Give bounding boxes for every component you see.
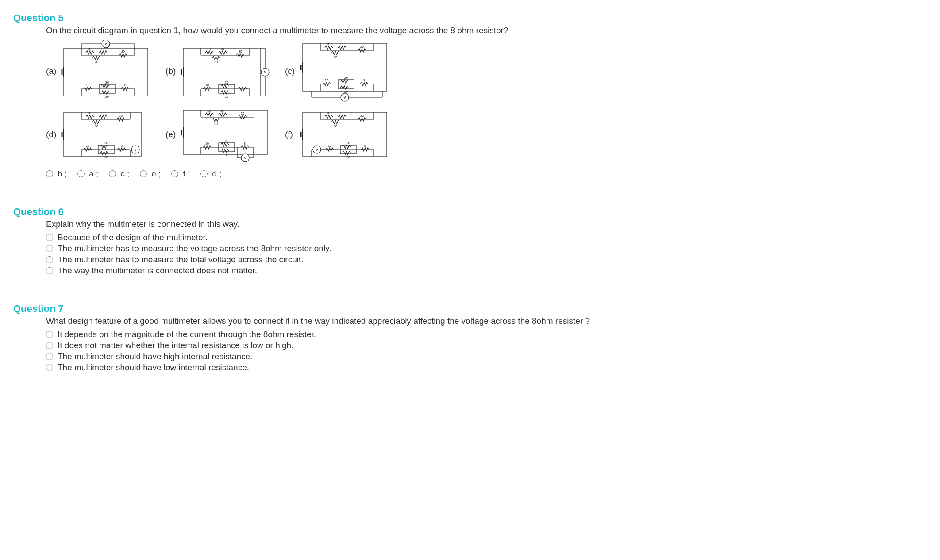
q7-options: It depends on the magnitude of the curre… — [46, 330, 927, 372]
question-body: What design feature of a good multimeter… — [46, 316, 927, 372]
option-label: It does not matter whether the internal … — [58, 341, 293, 350]
svg-text:10: 10 — [86, 84, 89, 87]
option-label: The multimeter has to measure the voltag… — [58, 244, 331, 253]
question-title: Question 6 — [13, 206, 927, 218]
question-7: Question 7 What design feature of a good… — [13, 293, 927, 387]
radio-input[interactable] — [46, 331, 53, 338]
option-label: a ; — [89, 169, 98, 179]
radio-input[interactable] — [46, 342, 53, 349]
svg-text:8: 8 — [363, 79, 365, 82]
option-e[interactable]: e ; — [140, 169, 161, 179]
question-title: Question 5 — [13, 12, 927, 24]
option-row[interactable]: The multimeter has to measure the total … — [46, 255, 927, 265]
option-label: The multimeter should have high internal… — [58, 352, 252, 361]
svg-text:20: 20 — [241, 112, 244, 115]
svg-text:20: 20 — [334, 56, 337, 59]
option-row[interactable]: The multimeter should have low internal … — [46, 363, 927, 372]
svg-text:10: 10 — [101, 47, 104, 50]
option-label: e ; — [151, 169, 161, 179]
svg-text:10: 10 — [340, 42, 343, 46]
q5-options: b ; a ; c ; e ; f ; d ; — [46, 168, 927, 180]
svg-text:20: 20 — [95, 125, 98, 128]
svg-text:20: 20 — [121, 50, 125, 53]
diagram-row: (d) — [46, 106, 927, 163]
option-row[interactable]: The multimeter has to measure the voltag… — [46, 244, 927, 253]
svg-text:10: 10 — [88, 111, 91, 115]
radio-input[interactable] — [46, 256, 53, 263]
option-label: b ; — [58, 169, 67, 179]
svg-text:V: V — [264, 71, 266, 74]
diagram-label-a: (a) — [46, 66, 59, 76]
svg-text:20: 20 — [104, 142, 108, 145]
svg-text:20: 20 — [119, 114, 123, 117]
svg-text:30: 30 — [225, 153, 228, 157]
option-label: f ; — [183, 169, 190, 179]
circuit-diagram-f: 1010 2020 10 2030 8 V — [298, 108, 391, 161]
svg-text:10: 10 — [207, 47, 211, 50]
question-prompt: On the circuit diagram in question 1, ho… — [46, 26, 927, 35]
svg-text:10: 10 — [328, 144, 331, 147]
circuit-diagram-a: 1010 20 20 10 20 20 8 V — [59, 40, 152, 102]
option-row[interactable]: It does not matter whether the internal … — [46, 341, 927, 350]
radio-input[interactable] — [46, 353, 53, 360]
question-prompt: Explain why the multimeter is connected … — [46, 219, 927, 229]
svg-text:8: 8 — [244, 142, 246, 145]
radio-input[interactable] — [77, 170, 85, 177]
option-row[interactable]: It depends on the magnitude of the curre… — [46, 330, 927, 339]
option-label: Because of the design of the multimeter. — [58, 233, 208, 242]
diagram-label-e: (e) — [166, 130, 179, 139]
svg-text:V: V — [316, 148, 318, 151]
radio-input[interactable] — [46, 234, 53, 241]
option-label: d ; — [212, 169, 221, 179]
svg-text:10: 10 — [88, 47, 91, 50]
svg-text:8: 8 — [242, 84, 243, 87]
svg-text:30: 30 — [104, 156, 108, 159]
svg-text:V: V — [344, 96, 346, 99]
q6-options: Because of the design of the multimeter.… — [46, 233, 927, 276]
option-a[interactable]: a ; — [77, 169, 98, 179]
option-label: The multimeter should have low internal … — [58, 363, 249, 372]
svg-text:20: 20 — [360, 45, 364, 48]
radio-input[interactable] — [46, 170, 53, 177]
svg-text:20: 20 — [214, 123, 218, 126]
option-row[interactable]: Because of the design of the multimeter. — [46, 233, 927, 242]
svg-text:10: 10 — [327, 111, 330, 115]
svg-text:20: 20 — [105, 81, 109, 84]
option-row[interactable]: The multimeter should have high internal… — [46, 352, 927, 361]
circuit-diagram-b: 1010 2020 10 2020 8 V — [179, 40, 272, 102]
svg-text:20: 20 — [105, 95, 109, 98]
svg-text:20: 20 — [344, 90, 348, 93]
question-title: Question 7 — [13, 303, 927, 315]
radio-input[interactable] — [46, 364, 53, 371]
option-c[interactable]: c ; — [109, 169, 129, 179]
svg-text:10: 10 — [220, 109, 224, 112]
svg-text:20: 20 — [95, 61, 98, 64]
diagram-label-c: (c) — [285, 66, 298, 76]
radio-input[interactable] — [140, 170, 147, 177]
option-row[interactable]: The way the multimeter is connected does… — [46, 266, 927, 276]
radio-input[interactable] — [200, 170, 208, 177]
radio-input[interactable] — [109, 170, 116, 177]
diagram-label-d: (d) — [46, 130, 59, 139]
svg-text:8: 8 — [124, 84, 126, 87]
option-d[interactable]: d ; — [200, 169, 221, 179]
svg-text:20: 20 — [239, 50, 242, 53]
svg-text:V: V — [244, 157, 247, 160]
question-6: Question 6 Explain why the multimeter is… — [13, 196, 927, 290]
question-body: Explain why the multimeter is connected … — [46, 219, 927, 276]
radio-input[interactable] — [46, 245, 53, 252]
radio-input[interactable] — [46, 267, 53, 274]
svg-text:20: 20 — [334, 125, 337, 128]
option-b[interactable]: b ; — [46, 169, 67, 179]
svg-text:20: 20 — [360, 114, 364, 117]
svg-text:V: V — [135, 148, 137, 151]
option-f[interactable]: f ; — [171, 169, 190, 179]
radio-input[interactable] — [171, 170, 178, 177]
svg-text:20: 20 — [214, 61, 218, 64]
diagram-label-f: (f) — [285, 130, 298, 139]
svg-text:20: 20 — [347, 142, 350, 145]
question-prompt: What design feature of a good multimeter… — [46, 316, 927, 326]
circuit-diagrams: (a) — [46, 39, 927, 163]
svg-text:10: 10 — [101, 111, 104, 115]
option-label: It depends on the magnitude of the curre… — [58, 330, 316, 339]
